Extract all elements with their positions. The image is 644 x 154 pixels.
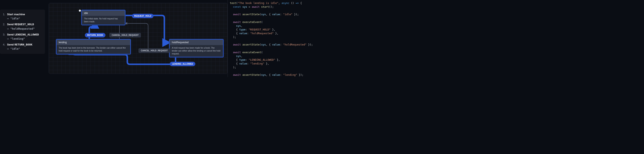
event-cancel-hold-request[interactable]: CANCEL_HOLD_REQUEST xyxy=(110,33,141,37)
step-result: → "idle" xyxy=(7,17,25,21)
state-diagram[interactable]: idle The initial state. No hold request … xyxy=(49,3,228,74)
initial-state-dot xyxy=(79,10,81,12)
event-request-hold[interactable]: REQUEST_HOLD xyxy=(132,14,154,18)
step-result: → "lending" xyxy=(7,37,39,41)
state-holdRequested[interactable]: holdRequested A hold request has been ma… xyxy=(169,39,224,57)
step-title: Send RETURN_BOOK xyxy=(7,43,32,47)
event-cancel-hold-request-2[interactable]: CANCEL_HOLD_REQUEST xyxy=(138,48,170,53)
step-title: Send LENDING_ALLOWED xyxy=(7,33,39,37)
steps-panel: 1. Start machine → "idle" 2. Send REQUES… xyxy=(0,10,45,54)
state-idle[interactable]: idle The initial state. No hold request … xyxy=(82,10,125,25)
state-lending[interactable]: lending The book has been lent to the bo… xyxy=(56,39,131,54)
diagram-canvas[interactable] xyxy=(49,3,228,74)
event-return-book[interactable]: RETURN_BOOK xyxy=(85,33,106,37)
step-1: 1. Start machine → "idle" xyxy=(3,13,42,21)
step-result: → "idle" xyxy=(7,47,32,51)
step-3: 3. Send LENDING_ALLOWED → "lending" xyxy=(3,33,42,41)
step-number: 3. xyxy=(3,33,6,41)
step-number: 2. xyxy=(3,23,6,30)
step-2: 2. Send REQUEST_HOLD → "holdRequested" xyxy=(3,23,42,30)
state-title: holdRequested xyxy=(170,40,223,45)
step-number: 1. xyxy=(3,13,6,21)
step-number: 4. xyxy=(3,43,6,51)
state-title: lending xyxy=(56,40,130,45)
step-title: Send REQUEST_HOLD xyxy=(7,23,35,26)
state-desc: The initial state. No hold request has b… xyxy=(82,16,125,25)
event-lending-allowed[interactable]: LENDING_ALLOWED xyxy=(170,62,195,66)
step-title: Start machine xyxy=(7,13,25,16)
state-desc: A hold request has been made for a book.… xyxy=(170,45,223,57)
step-4: 4. Send RETURN_BOOK → "idle" xyxy=(3,43,42,51)
code-panel[interactable]: test("The book lending is idle", async (… xyxy=(228,0,322,77)
step-result: → "holdRequested" xyxy=(7,27,35,31)
state-title: idle xyxy=(82,11,125,16)
state-desc: The book has been lent to the borrower. … xyxy=(56,45,130,54)
